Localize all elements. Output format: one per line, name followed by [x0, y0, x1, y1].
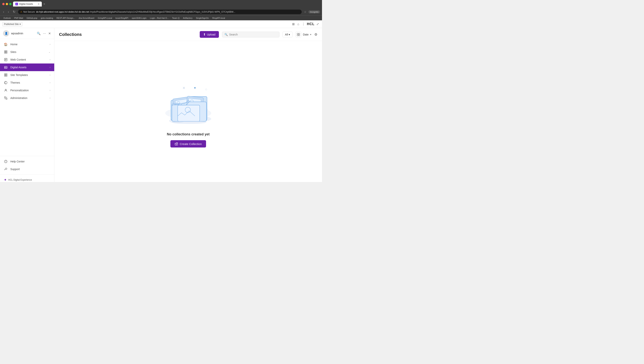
sidebar-item-personalization[interactable]: Personalization › — [0, 87, 54, 94]
sidebar-item-site-templates[interactable]: Site Templates › — [0, 71, 54, 79]
back-button[interactable]: ‹ — [2, 10, 5, 14]
more-button[interactable]: ⋯ — [42, 31, 46, 36]
sites-nav-icon — [4, 50, 8, 54]
administration-nav-icon — [4, 96, 8, 100]
themes-nav-icon — [4, 81, 8, 85]
username-label: wpsadmin — [11, 32, 34, 35]
svg-rect-23 — [297, 33, 298, 34]
search-bar[interactable]: 🔍 — [222, 32, 280, 37]
bookmark-github-pnp[interactable]: GitHub-pnp — [25, 17, 39, 20]
svg-rect-17 — [6, 98, 7, 99]
published-site-button[interactable]: Published Site ▾ — [2, 22, 22, 27]
sidebar-item-administration[interactable]: Administration › — [0, 94, 54, 102]
main-header: Collections ⬆ Upload 🔍 All ▾ D — [54, 28, 322, 41]
svg-rect-13 — [6, 75, 7, 76]
sidebar-branding: ✦ HCL Digital Experience — [0, 175, 54, 182]
sidebar-item-home[interactable]: 🏠 Home › — [0, 41, 54, 48]
active-tab[interactable]: D Digital Assets ✕ — [13, 2, 42, 7]
themes-nav-chevron-icon: › — [50, 81, 50, 84]
reload-button[interactable]: ↻ — [12, 9, 16, 14]
minimize-window-button[interactable] — [6, 3, 8, 5]
svg-point-31 — [194, 87, 196, 89]
sidebar-item-themes[interactable]: Themes › — [0, 79, 54, 87]
sidebar-item-digital-assets[interactable]: Digital Assets › — [0, 64, 54, 71]
avatar: 👤 — [3, 30, 9, 37]
svg-text:◇: ◇ — [205, 88, 207, 91]
maximize-window-button[interactable] — [9, 3, 12, 5]
upload-button[interactable]: ⬆ Upload — [200, 31, 219, 38]
home-nav-chevron-icon: › — [50, 43, 50, 46]
app-topbar: Published Site ▾ ⊞ ⌂ ⋮ HCL ⤢ — [0, 20, 322, 28]
published-site-chevron-icon: ▾ — [20, 23, 21, 26]
app-layout: 👤 wpsadmin 🔍 ⋯ ✕ 🏠 Home › — [0, 28, 322, 182]
support-nav-label: Support — [10, 168, 50, 171]
more-options-icon[interactable]: ⋮ — [301, 22, 306, 27]
filter-dropdown[interactable]: All ▾ — [282, 32, 293, 37]
app-wrapper: Published Site ▾ ⊞ ⌂ ⋮ HCL ⤢ 👤 wpsadmin … — [0, 20, 322, 182]
external-link-icon[interactable]: ⤢ — [316, 22, 320, 27]
tab-close-button[interactable]: ✕ — [38, 3, 40, 5]
bookmark-gring-api[interactable]: GringAPI-Local — [96, 17, 114, 20]
sites-nav-label: Sites — [10, 51, 46, 54]
svg-point-22 — [5, 168, 7, 170]
search-icon: 🔍 — [224, 33, 228, 36]
svg-rect-1 — [6, 51, 7, 52]
traffic-lights — [2, 3, 12, 5]
sidebar-item-help-center[interactable]: ? Help Center — [0, 158, 54, 165]
sidebar-item-support[interactable]: Support — [0, 165, 54, 173]
web-content-nav-label: Web Content — [10, 58, 47, 61]
web-content-nav-icon — [4, 58, 8, 62]
bookmark-redhat[interactable]: Login - Red Hat O... — [148, 17, 170, 20]
empty-illustration: ✕ ◇ ◇ — [160, 79, 217, 129]
svg-rect-8 — [4, 66, 7, 69]
filter-label: All — [285, 33, 288, 36]
bookmark-ring-api-local[interactable]: RingAPI-local — [211, 17, 226, 20]
svg-rect-10 — [4, 74, 6, 75]
bookmark-rest-api[interactable]: REST-API Design... — [55, 17, 77, 20]
sidebar-item-sites[interactable]: Sites ⌄ — [0, 48, 54, 56]
incognito-badge: Incognito — [308, 10, 320, 14]
search-input[interactable] — [229, 33, 268, 36]
forward-button[interactable]: › — [7, 10, 10, 14]
digital-assets-nav-icon — [4, 65, 8, 69]
sidebar-item-web-content[interactable]: Web Content › — [0, 56, 54, 64]
new-tab-button[interactable]: + — [43, 2, 45, 6]
bookmark-jira[interactable]: Jira-ScrumBoard — [77, 17, 96, 20]
close-sidebar-button[interactable]: ✕ — [48, 31, 51, 36]
grid-view-icon[interactable]: ⊞ — [291, 22, 295, 27]
personalization-nav-chevron-icon: › — [50, 89, 50, 92]
personalization-nav-label: Personalization — [10, 89, 47, 92]
support-nav-icon — [4, 167, 8, 171]
view-toggle-button[interactable] — [296, 32, 301, 37]
bookmarks-bar: Outlook PNP-Mail GitHub-pnp goto-meating… — [0, 16, 322, 20]
svg-rect-24 — [298, 33, 300, 34]
site-templates-nav-chevron-icon: › — [50, 74, 50, 76]
bookmark-team-q[interactable]: Team Q — [170, 17, 181, 20]
bookmark-artifactory[interactable]: Artifactory — [182, 17, 194, 20]
help-center-nav-label: Help Center — [10, 160, 50, 163]
svg-rect-26 — [298, 35, 300, 36]
settings-icon[interactable]: ⚙ — [314, 33, 318, 37]
hcl-branding-text: HCL Digital Experience — [8, 179, 32, 181]
tab-title: Digital Assets — [19, 3, 33, 5]
browser-toolbar: ‹ › ↻ ⚠ Not Secure dx-hyb-altcontext-roo… — [0, 8, 322, 16]
bookmark-local-ring[interactable]: local-RingAPI — [114, 17, 130, 20]
grid-icon — [297, 33, 300, 36]
bookmark-pnp-mail[interactable]: PNP-Mail — [13, 17, 24, 20]
sidebar: 👤 wpsadmin 🔍 ⋯ ✕ 🏠 Home › — [0, 28, 54, 182]
hcl-wordmark: HCL — [307, 22, 314, 26]
bookmark-sso[interactable]: SingleSignOn — [194, 17, 210, 20]
search-button[interactable]: 🔍 — [36, 31, 41, 36]
create-collection-button[interactable]: Create Collection — [170, 140, 206, 148]
sort-chevron-icon: ▾ — [310, 33, 311, 36]
bookmark-outlook[interactable]: Outlook — [2, 17, 12, 20]
tab-favicon: D — [15, 3, 18, 5]
filter-chevron-icon: ▾ — [289, 33, 290, 36]
home-topbar-icon[interactable]: ⌂ — [296, 22, 300, 27]
bookmark-openshift[interactable]: openShift-Login — [130, 17, 148, 20]
bookmark-star-icon[interactable]: ☆ — [303, 10, 307, 14]
bookmark-goto-meeting[interactable]: goto-meating — [39, 17, 55, 20]
close-window-button[interactable] — [2, 3, 4, 5]
create-collection-label: Create Collection — [180, 142, 202, 146]
address-bar[interactable]: ⚠ Not Secure dx-hyb-altcontext-root.apps… — [18, 10, 302, 14]
